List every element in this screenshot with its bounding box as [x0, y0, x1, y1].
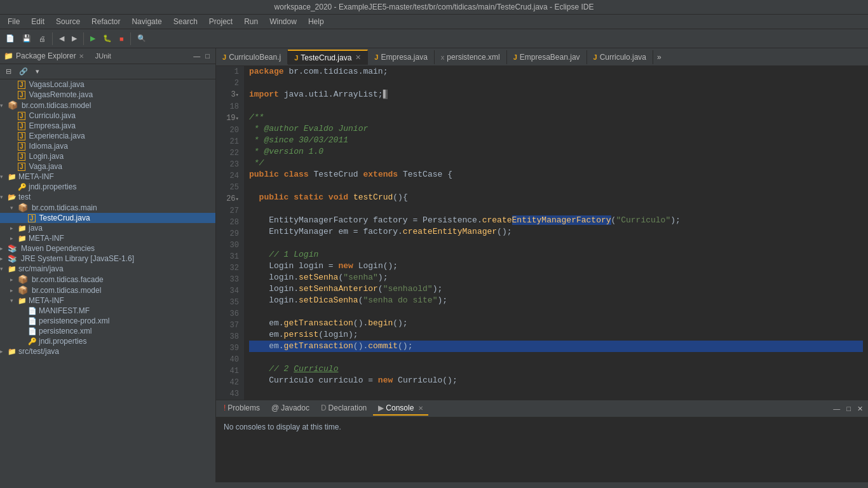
tree-item[interactable]: ▾📁META-INF — [0, 172, 215, 182]
sidebar-junit-tab[interactable]: JUnit — [92, 51, 115, 61]
toolbar-save[interactable]: 💾 — [19, 32, 34, 44]
code-line: Curriculo curriculo = new Curriculo(); — [249, 375, 863, 386]
code-editor[interactable]: 123▾1819▾20212223242526▾2728293031323334… — [216, 66, 868, 400]
tree-item[interactable]: 📄persistence.xml — [0, 326, 215, 336]
tab-overflow[interactable]: » — [653, 50, 665, 64]
tree-item-icon: 📄 — [28, 327, 37, 336]
tab-empresabean[interactable]: J EmpresaBean.jav — [507, 50, 587, 64]
toolbar-run[interactable]: ▶ — [87, 32, 98, 44]
tree-item[interactable]: ▾📂test — [0, 192, 215, 202]
code-line: em.getTransaction().commit(); — [249, 341, 863, 352]
tree-item[interactable]: ▸📦br.com.tidicas.facade — [0, 274, 215, 285]
tree-item-icon: J — [18, 112, 27, 119]
tree-item[interactable]: ▸📁java — [0, 223, 215, 233]
sidebar-close-icon[interactable]: ✕ — [79, 53, 84, 60]
tree-item-label: Experiencia.java — [29, 132, 85, 140]
tree-item-label: java — [29, 224, 43, 233]
tree-item[interactable]: 📄persistence-prod.xml — [0, 316, 215, 326]
toolbar-print[interactable]: 🖨 — [36, 33, 49, 44]
code-line: * @version 1.0 — [249, 146, 863, 158]
tab-label-testecrud: TesteCrud.java — [301, 53, 351, 62]
tree-item[interactable]: ▸📚Maven Dependencies — [0, 243, 215, 254]
tab-empresa[interactable]: J Empresa.java — [368, 50, 435, 64]
menu-file[interactable]: File — [3, 16, 25, 27]
tree-item[interactable]: JVagasLocal.java — [0, 79, 215, 90]
tree-item[interactable]: ▸📚JRE System Library [JavaSE-1.6] — [0, 254, 215, 264]
code-content[interactable]: package br.com.tidicas.main;import java.… — [244, 66, 868, 400]
menu-search[interactable]: Search — [168, 16, 203, 27]
bottom-tab-declaration[interactable]: D Declaration — [316, 402, 372, 416]
tree-item[interactable]: 🔑jndi.properties — [0, 182, 215, 192]
bottom-tab-console[interactable]: ▶ Console ✕ — [373, 402, 428, 416]
sidebar-collapse-all[interactable]: ⊟ — [3, 65, 15, 78]
menu-navigate[interactable]: Navigate — [126, 16, 166, 27]
toolbar-stop[interactable]: ■ — [116, 33, 127, 44]
tree-item[interactable]: JLogin.java — [0, 151, 215, 161]
tree-item[interactable]: ▸📁META-INF — [0, 233, 215, 243]
tree-item-icon: J — [18, 163, 27, 170]
tree-item[interactable]: JTesteCrud.java — [0, 213, 215, 223]
toolbar-sep-3 — [130, 32, 131, 45]
tree-item[interactable]: JEmpresa.java — [0, 121, 215, 131]
tab-close-testecrud[interactable]: ✕ — [355, 53, 361, 62]
menu-refactor[interactable]: Refactor — [86, 16, 125, 27]
menu-window[interactable]: Window — [264, 16, 302, 27]
tree-item[interactable]: ▾📦br.com.tidicas.main — [0, 202, 215, 213]
menu-project[interactable]: Project — [204, 16, 238, 27]
tree-item-label: persistence-prod.xml — [39, 316, 109, 325]
sidebar-maximize-btn[interactable]: □ — [203, 51, 212, 60]
code-line: em.persist(login); — [249, 329, 863, 341]
code-line: Login login = new Login(); — [249, 261, 863, 272]
tree-item[interactable]: ▾📦br.com.tidicas.model — [0, 100, 215, 111]
bottom-maximize-btn[interactable]: □ — [844, 403, 853, 414]
menu-source[interactable]: Source — [51, 16, 85, 27]
tree-item[interactable]: JExperiencia.java — [0, 131, 215, 141]
bottom-tab-problems[interactable]: ! Problems — [219, 402, 265, 416]
sidebar-link-editor[interactable]: 🔗 — [16, 65, 31, 78]
toolbar-new[interactable]: 📄 — [3, 32, 18, 44]
sidebar-menu[interactable]: ▾ — [32, 65, 43, 78]
sidebar-minimize-btn[interactable]: — — [191, 51, 202, 60]
line-number: 29 — [219, 228, 239, 240]
tree-item[interactable]: ▸📁src/test/java — [0, 346, 215, 356]
bottom-tab-javadoc[interactable]: @ Javadoc — [266, 402, 315, 416]
tab-curriculo[interactable]: J Curriculo.java — [587, 50, 653, 64]
tree-expand-icon: ▸ — [0, 348, 6, 355]
sidebar-header: 📁 Package Explorer ✕ JUnit — □ — [0, 48, 215, 64]
tree-item[interactable]: ▸📦br.com.tidicas.model — [0, 285, 215, 295]
console-icon: ▶ — [378, 403, 384, 412]
toolbar-forward[interactable]: ▶ — [69, 32, 80, 44]
tree-item[interactable]: JVagasRemote.java — [0, 90, 215, 100]
line-number: 31 — [219, 251, 239, 262]
toolbar-sep-1 — [52, 32, 53, 45]
tree-item[interactable]: ▾📁src/main/java — [0, 264, 215, 274]
code-line: login.setSenha("senha"); — [249, 272, 863, 283]
tab-persistence[interactable]: x persistence.xml — [435, 50, 507, 64]
toolbar-back[interactable]: ◀ — [56, 32, 67, 44]
bottom-close-btn[interactable]: ✕ — [855, 403, 865, 414]
tree-item[interactable]: JVaga.java — [0, 161, 215, 172]
tree-item-icon: J — [18, 122, 27, 130]
console-close-icon[interactable]: ✕ — [418, 405, 423, 412]
menu-edit[interactable]: Edit — [26, 16, 50, 27]
menu-help[interactable]: Help — [303, 16, 329, 27]
toolbar-search[interactable]: 🔍 — [134, 32, 149, 44]
code-line: public class TesteCrud extends TestCase … — [249, 169, 863, 180]
line-number: 26▾ — [219, 193, 239, 205]
tree-item[interactable]: JIdioma.java — [0, 141, 215, 151]
tree-item-icon: J — [18, 152, 27, 160]
tree-item[interactable]: ▾📁META-INF — [0, 295, 215, 306]
menu-run[interactable]: Run — [239, 16, 263, 27]
tree-item-label: Vaga.java — [29, 162, 62, 171]
tab-testecrud[interactable]: J TesteCrud.java ✕ — [288, 50, 368, 65]
tree-item[interactable]: JCurriculo.java — [0, 111, 215, 121]
sidebar-content[interactable]: JVagasLocal.javaJVagasRemote.java▾📦br.co… — [0, 79, 215, 482]
javadoc-icon: @ — [271, 403, 279, 412]
javadoc-label: Javadoc — [281, 403, 309, 412]
toolbar-debug[interactable]: 🐛 — [100, 32, 115, 44]
tab-curriculobean[interactable]: J CurriculoBean.j — [216, 50, 288, 64]
tree-item[interactable]: 🔑jndi.properties — [0, 336, 215, 346]
tree-item[interactable]: 📄MANIFEST.MF — [0, 306, 215, 316]
bottom-minimize-btn[interactable]: — — [831, 403, 843, 414]
title-bar: workspace_2020 - ExampleJEE5-master/test… — [0, 0, 868, 15]
